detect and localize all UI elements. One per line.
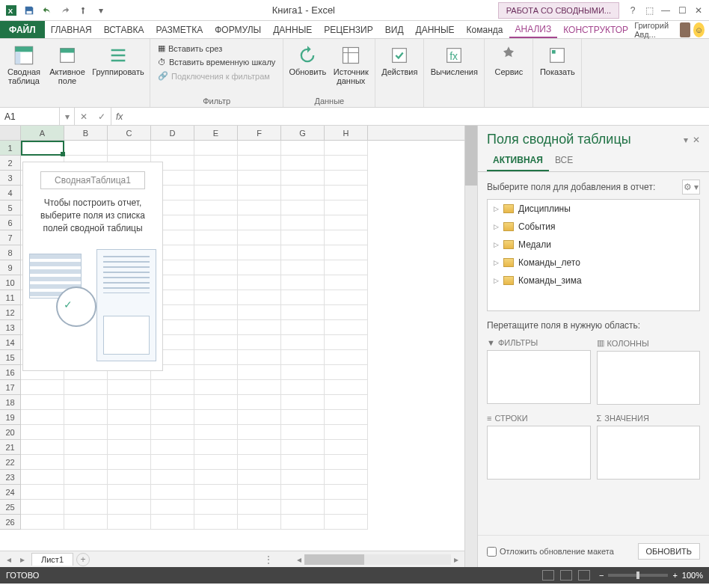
cell[interactable]	[21, 425, 64, 440]
cell[interactable]	[325, 470, 368, 485]
values-area[interactable]	[597, 426, 701, 480]
cell[interactable]	[238, 186, 281, 200]
column-header[interactable]: F	[238, 126, 281, 140]
tab-formulas[interactable]: ФОРМУЛЫ	[209, 21, 267, 38]
zoom-out-icon[interactable]: −	[599, 571, 604, 580]
row-header[interactable]: 6	[0, 215, 21, 230]
sheet-nav-next[interactable]: ▸	[16, 554, 28, 565]
cell[interactable]	[64, 440, 108, 455]
cell[interactable]	[281, 275, 325, 290]
cell[interactable]	[64, 470, 108, 485]
cell[interactable]	[64, 141, 108, 156]
cell[interactable]	[325, 320, 368, 335]
tab-data2[interactable]: ДАННЫЕ	[410, 21, 461, 38]
row-header[interactable]: 13	[0, 320, 21, 335]
cell[interactable]	[151, 515, 194, 530]
cell[interactable]	[238, 470, 281, 485]
cell[interactable]	[151, 440, 194, 455]
view-normal-icon[interactable]	[542, 570, 554, 581]
row-header[interactable]: 2	[0, 156, 21, 171]
cell[interactable]	[21, 141, 64, 156]
cell[interactable]	[325, 515, 368, 530]
column-header[interactable]: B	[64, 126, 108, 140]
column-header[interactable]: D	[151, 126, 194, 140]
tab-insert[interactable]: ВСТАВКА	[98, 21, 150, 38]
user-area[interactable]: Григорий Авд... ☺	[634, 21, 709, 38]
cell[interactable]	[238, 335, 281, 350]
cell[interactable]	[281, 470, 325, 485]
expand-icon[interactable]: ▷	[494, 259, 499, 266]
field-item[interactable]: ▷Команды_лето	[488, 254, 699, 272]
cell[interactable]	[64, 485, 108, 500]
row-header[interactable]: 24	[0, 485, 21, 500]
cell[interactable]	[281, 141, 325, 156]
cell[interactable]	[325, 230, 368, 245]
cell[interactable]	[151, 470, 194, 485]
cell[interactable]	[238, 260, 281, 275]
row-header[interactable]: 5	[0, 200, 21, 215]
column-header[interactable]: G	[281, 126, 325, 140]
cell[interactable]	[281, 425, 325, 440]
horizontal-scrollbar[interactable]: ◂ ▸	[294, 554, 461, 565]
cell[interactable]	[325, 260, 368, 275]
tab-view[interactable]: ВИД	[379, 21, 410, 38]
panel-tab-active[interactable]: АКТИВНАЯ	[487, 150, 549, 171]
undo-icon[interactable]	[39, 2, 55, 19]
row-header[interactable]: 26	[0, 515, 21, 530]
cell[interactable]	[238, 380, 281, 395]
cell[interactable]	[194, 290, 238, 305]
cell[interactable]	[108, 515, 151, 530]
cell[interactable]	[325, 440, 368, 455]
cell[interactable]	[238, 455, 281, 470]
cell[interactable]	[238, 410, 281, 425]
cell[interactable]	[325, 245, 368, 260]
rows-area[interactable]	[487, 426, 591, 480]
panel-tab-all[interactable]: ВСЕ	[549, 150, 579, 171]
excel-icon[interactable]: X	[3, 2, 19, 19]
cell[interactable]	[108, 141, 151, 156]
cell[interactable]	[238, 245, 281, 260]
name-box[interactable]: A1	[0, 108, 60, 125]
cell[interactable]	[194, 470, 238, 485]
row-header[interactable]: 3	[0, 171, 21, 186]
cell[interactable]	[281, 320, 325, 335]
row-header[interactable]: 1	[0, 141, 21, 156]
maximize-icon[interactable]: ☐	[675, 3, 690, 18]
redo-icon[interactable]	[57, 2, 73, 19]
cell[interactable]	[238, 290, 281, 305]
pivot-table-button[interactable]: Сводная таблица	[4, 42, 43, 88]
cell[interactable]	[194, 335, 238, 350]
cell[interactable]	[151, 500, 194, 515]
cell[interactable]	[151, 455, 194, 470]
cell[interactable]	[325, 215, 368, 230]
save-icon[interactable]	[21, 2, 37, 19]
fx-label[interactable]: fx	[111, 108, 127, 125]
cell[interactable]	[194, 395, 238, 410]
cell[interactable]	[281, 200, 325, 215]
cell[interactable]	[108, 410, 151, 425]
cell[interactable]	[151, 395, 194, 410]
cell[interactable]	[238, 215, 281, 230]
row-header[interactable]: 9	[0, 260, 21, 275]
cell[interactable]	[194, 305, 238, 320]
vertical-scrollbar[interactable]	[465, 126, 477, 567]
row-header[interactable]: 11	[0, 290, 21, 305]
defer-checkbox-label[interactable]: Отложить обновление макета	[487, 547, 632, 557]
cell[interactable]	[238, 305, 281, 320]
cell[interactable]	[108, 395, 151, 410]
row-header[interactable]: 15	[0, 350, 21, 365]
columns-area[interactable]	[597, 351, 701, 405]
name-box-dropdown[interactable]: ▾	[60, 108, 75, 125]
row-header[interactable]: 20	[0, 425, 21, 440]
cell[interactable]	[194, 215, 238, 230]
data-source-button[interactable]: Источник данных	[331, 42, 370, 88]
cell[interactable]	[194, 260, 238, 275]
expand-icon[interactable]: ▷	[494, 277, 499, 284]
cell[interactable]	[238, 395, 281, 410]
cell[interactable]	[281, 171, 325, 186]
formula-input[interactable]	[127, 108, 709, 125]
cell[interactable]	[194, 365, 238, 380]
cell[interactable]	[238, 350, 281, 365]
cell[interactable]	[151, 425, 194, 440]
cell[interactable]	[108, 455, 151, 470]
